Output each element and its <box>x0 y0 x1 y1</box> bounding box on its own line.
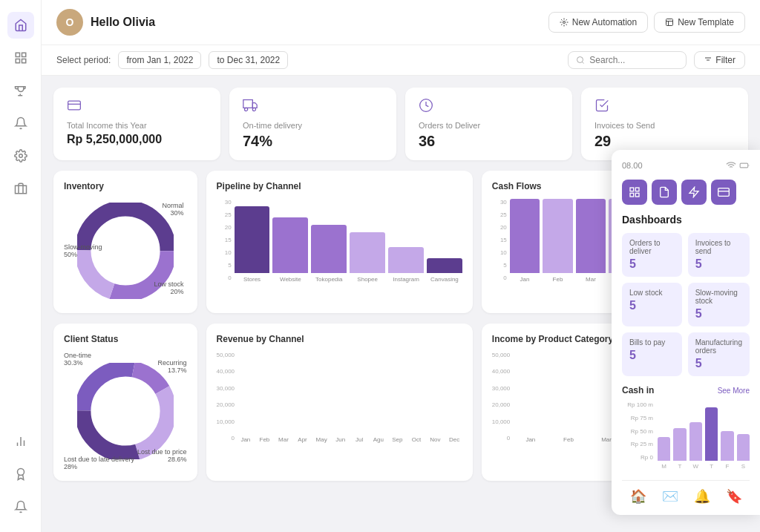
cash-bar-tue <box>673 428 686 461</box>
client-price-label: Lost due to price <box>137 448 187 456</box>
header: O Hello Olivia New Automation New Templa… <box>42 0 760 45</box>
filter-button[interactable]: Filter <box>694 51 745 69</box>
pipeline-y-axis: 3025 2015 105 0 <box>217 199 232 283</box>
sidebar-item-settings[interactable] <box>7 142 34 169</box>
cf-mar-in <box>576 199 606 273</box>
cash-in-title: Cash in <box>622 385 654 395</box>
toolbar: Select period: from Jan 1, 2022 to Dec 3… <box>42 45 760 76</box>
income-value: Rp 5,250,000,000 <box>67 133 207 146</box>
cash-bar-wed <box>689 422 702 461</box>
svg-point-20 <box>245 108 248 111</box>
cash-bar-sat <box>737 434 750 461</box>
client-status-donut <box>77 363 174 459</box>
nav-bell-icon[interactable]: 🔔 <box>694 488 710 505</box>
nav-bookmark-icon[interactable]: 🔖 <box>726 488 742 505</box>
inventory-normal-label: Normal <box>163 202 184 209</box>
orders-icon <box>419 98 559 116</box>
overlay-time: 08.00 <box>622 161 643 170</box>
inventory-lowstock-label: Low stock <box>154 280 184 288</box>
battery-icon <box>739 160 750 171</box>
revenue-title: Revenue by Channel <box>217 334 462 344</box>
pipeline-card: Pipeline by Channel 3025 2015 105 0 <box>206 171 473 313</box>
overlay-btn-4[interactable] <box>711 180 736 205</box>
client-recurring-label: Recurring <box>158 359 187 367</box>
invoices-value: 29 <box>594 133 735 150</box>
sidebar-item-trophy[interactable] <box>7 77 34 104</box>
overlay-top-right <box>726 160 750 171</box>
overlay-stat-slowmoving: Slow-moving stock 5 <box>688 283 750 326</box>
overlay-stat-bills: Bills to pay 5 <box>622 332 682 376</box>
sidebar-item-bell[interactable] <box>7 493 34 520</box>
svg-line-13 <box>583 62 584 63</box>
cash-bar-thu <box>705 407 718 461</box>
sidebar-item-building[interactable] <box>7 175 34 202</box>
nav-mail-icon[interactable]: ✉️ <box>662 488 678 505</box>
sidebar-item-analytics[interactable] <box>7 45 34 71</box>
new-automation-button[interactable]: New Automation <box>548 12 648 33</box>
svg-rect-17 <box>68 101 81 110</box>
client-price-pct: 28.6% <box>137 456 187 463</box>
income-y-axis: 50,00040,000 30,00020,000 10,0000 <box>492 352 510 443</box>
content-wrapper: Total Income this Year Rp 5,250,000,000 … <box>42 76 760 532</box>
pipeline-bars <box>235 199 462 273</box>
overlay-section-title: Dashboards <box>622 214 750 226</box>
avatar: O <box>56 9 83 36</box>
revenue-bars <box>238 352 462 433</box>
svg-rect-11 <box>666 19 673 26</box>
orders-label: Orders to Deliver <box>419 121 559 130</box>
overlay-btn-1[interactable] <box>622 180 647 205</box>
svg-rect-5 <box>15 185 26 194</box>
revenue-bar-labels: JanFeb MarApr MayJun JulAgu SepOct NovDe… <box>238 436 462 443</box>
search-box[interactable] <box>568 51 687 69</box>
sidebar-item-chart[interactable] <box>7 428 34 455</box>
pipeline-bar-labels: Stores Website Tokopedia Shopee Instagra… <box>235 276 462 283</box>
overlay-header: 08.00 <box>622 160 750 171</box>
bar-instagram <box>388 247 424 273</box>
cash-bar-fri <box>721 431 733 461</box>
inventory-slowmoving-pct: 50% <box>64 251 102 258</box>
client-delivery-label: Lost due to late delivery <box>64 456 134 463</box>
header-left: O Hello Olivia <box>56 9 155 36</box>
svg-point-4 <box>19 154 22 158</box>
svg-point-21 <box>252 108 255 111</box>
new-template-button[interactable]: New Template <box>654 12 745 33</box>
overlay-stat-orders: Orders to deliver 5 <box>622 233 682 277</box>
sidebar-item-notifications[interactable] <box>7 110 34 137</box>
svg-rect-36 <box>630 193 634 197</box>
sidebar-item-home[interactable] <box>7 12 34 39</box>
search-icon <box>576 56 585 65</box>
stat-card-income: Total Income this Year Rp 5,250,000,000 <box>53 88 220 160</box>
client-status-title: Client Status <box>64 334 187 344</box>
bar-tokopedia <box>311 225 347 273</box>
filter-icon <box>704 56 712 65</box>
client-recurring-pct: 13.7% <box>158 367 187 374</box>
income-label: Total Income this Year <box>67 121 207 130</box>
svg-point-10 <box>563 22 565 24</box>
cash-bar-mon <box>658 437 670 461</box>
search-input[interactable] <box>589 55 678 65</box>
to-date-button[interactable]: to Dec 31, 2022 <box>209 51 288 69</box>
header-right: New Automation New Template <box>548 12 745 33</box>
main-content: O Hello Olivia New Automation New Templa… <box>42 0 760 532</box>
sidebar-item-award[interactable] <box>7 461 34 487</box>
revenue-y-axis: 50,00040,000 30,00020,000 10,0000 <box>217 352 235 443</box>
wifi-icon <box>726 160 736 171</box>
overlay-btn-3[interactable] <box>681 180 707 205</box>
nav-home-icon[interactable]: 🏠 <box>630 488 646 505</box>
cf-feb-in <box>543 199 572 273</box>
client-onetime-label: One-time <box>64 352 91 359</box>
orders-value: 36 <box>419 133 559 150</box>
cash-mini-chart: Rp 100 m Rp 75 m Rp 50 m Rp 25 m Rp 0 <box>622 401 750 470</box>
svg-rect-1 <box>22 53 25 56</box>
overlay-stat-lowstock: Low stock 5 <box>622 283 682 326</box>
from-date-button[interactable]: from Jan 1, 2022 <box>118 51 201 69</box>
svg-rect-3 <box>16 59 19 63</box>
overlay-bottom-nav: 🏠 ✉️ 🔔 🔖 <box>622 480 750 505</box>
overlay-btn-2[interactable] <box>652 180 677 205</box>
delivery-value: 74% <box>243 133 383 150</box>
select-period-label: Select period: <box>56 55 111 65</box>
see-more-link[interactable]: See More <box>718 387 750 395</box>
overlay-stats-grid: Orders to deliver 5 Invoices to send 5 L… <box>622 233 750 376</box>
overlay-panel: 08.00 Da <box>612 150 760 515</box>
cash-in-header: Cash in See More <box>622 385 750 395</box>
